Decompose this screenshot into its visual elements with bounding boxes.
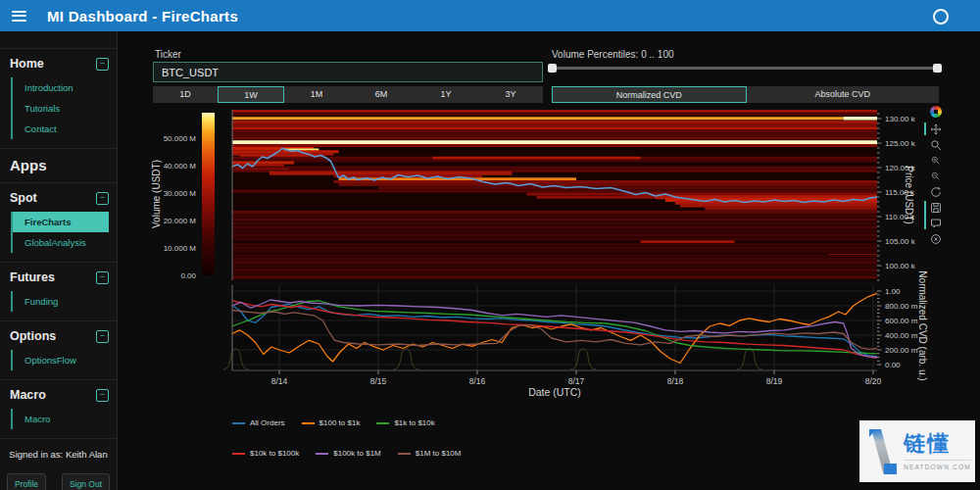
volume-colorbar: 50.000 M40.000 M30.000 M20.000 M10.000 M… — [151, 113, 215, 280]
svg-text:800.00 m: 800.00 m — [885, 302, 918, 311]
svg-text:8/20: 8/20 — [865, 376, 882, 386]
cvd-axis-title: Normalized CVD (arb. u.) — [917, 270, 928, 380]
zoom-icon[interactable] — [929, 138, 942, 151]
watermark-cn-text: 链懂 — [904, 432, 971, 456]
svg-text:8/14: 8/14 — [271, 376, 288, 386]
legend-swatch — [398, 453, 411, 455]
svg-text:8/19: 8/19 — [766, 376, 783, 386]
menu-icon[interactable] — [12, 11, 26, 22]
legend-label: $100k to $1M — [333, 449, 380, 458]
svg-text:20.000 M: 20.000 M — [164, 217, 197, 225]
zoom-in-icon[interactable] — [929, 154, 942, 167]
loading-circle-icon — [933, 9, 949, 24]
app-title: MI Dashboard - FireCharts — [47, 8, 238, 24]
svg-text:125.00 k: 125.00 k — [885, 139, 916, 148]
svg-text:8/18: 8/18 — [667, 376, 684, 386]
watermark-domain: NEATDOWN.COM — [904, 460, 971, 470]
svg-text:0.00: 0.00 — [180, 271, 196, 280]
legend-item--100-to-1k[interactable]: $100 to $1k — [302, 418, 361, 427]
save-image-icon[interactable] — [929, 201, 942, 214]
reset-view-icon[interactable] — [929, 232, 942, 245]
pan-icon[interactable] — [929, 122, 942, 135]
watermark-logo-icon — [867, 429, 897, 474]
chart-modebar — [929, 106, 942, 245]
zoom-out-icon[interactable] — [929, 170, 942, 182]
site-watermark: 链懂 NEATDOWN.COM — [859, 420, 975, 482]
svg-text:100.00 k: 100.00 k — [885, 262, 916, 270]
svg-text:8/15: 8/15 — [370, 376, 387, 386]
cvd-axis: 1.00800.00 m600.00 m400.00 m200.00 m0.00… — [877, 270, 928, 380]
svg-text:40.000 M: 40.000 M — [164, 162, 197, 171]
price-axis-title: Price (USDT) — [904, 166, 914, 223]
svg-text:8/16: 8/16 — [469, 376, 486, 386]
svg-text:50.000 M: 50.000 M — [164, 134, 197, 143]
svg-text:0.00: 0.00 — [885, 361, 901, 369]
legend-row-1: All Orders$100 to $1k$1k to $10k — [232, 418, 435, 427]
date-axis: 8/148/158/168/178/188/198/20Date (UTC) — [271, 370, 882, 398]
toggle-hover-icon[interactable] — [929, 217, 942, 229]
legend-item--100k-to-1m[interactable]: $100k to $1M — [316, 449, 380, 458]
cvd-plot[interactable] — [223, 285, 877, 370]
legend-swatch — [302, 422, 315, 424]
legend-item-all-orders[interactable]: All Orders — [232, 418, 285, 427]
plotly-logo-icon[interactable] — [930, 106, 942, 118]
legend-item--10k-to-100k[interactable]: $10k to $100k — [232, 449, 299, 458]
legend-swatch — [232, 453, 245, 455]
heatmap-plot[interactable] — [232, 110, 877, 280]
date-axis-title: Date (UTC) — [528, 386, 581, 398]
svg-text:10.000 M: 10.000 M — [164, 244, 197, 253]
legend-label: $1M to $10M — [416, 449, 462, 458]
top-app-bar: MI Dashboard - FireCharts — [0, 0, 980, 31]
legend-item--1k-to-10k[interactable]: $1k to $10k — [376, 418, 434, 427]
legend-label: All Orders — [250, 418, 285, 427]
autoscale-icon[interactable] — [929, 185, 942, 198]
legend-swatch — [316, 453, 328, 455]
legend-label: $100 to $1k — [319, 418, 361, 427]
svg-text:8/17: 8/17 — [568, 376, 585, 386]
legend-swatch — [232, 422, 245, 424]
price-axis: 130.00 k125.00 k120.00 k115.00 k110.00 k… — [877, 114, 916, 280]
volume-axis-title: Volume (USDT) — [151, 160, 162, 228]
svg-text:1.00: 1.00 — [885, 287, 901, 296]
svg-text:130.00 k: 130.00 k — [885, 115, 916, 123]
legend-label: $1k to $10k — [394, 418, 434, 427]
svg-text:600.00 m: 600.00 m — [885, 317, 918, 325]
svg-text:30.000 M: 30.000 M — [164, 189, 197, 198]
svg-text:400.00 m: 400.00 m — [885, 331, 918, 340]
svg-text:105.00 k: 105.00 k — [885, 237, 916, 246]
svg-text:200.00 m: 200.00 m — [885, 346, 918, 355]
firechart-canvas: 50.000 M40.000 M30.000 M20.000 M10.000 M… — [0, 0, 980, 490]
legend-row-2: $10k to $100k$100k to $1M$1M to $10M — [232, 449, 461, 458]
legend-item--1m-to-10m[interactable]: $1M to $10M — [398, 449, 462, 458]
legend-label: $10k to $100k — [250, 449, 299, 458]
legend-swatch — [376, 422, 389, 424]
